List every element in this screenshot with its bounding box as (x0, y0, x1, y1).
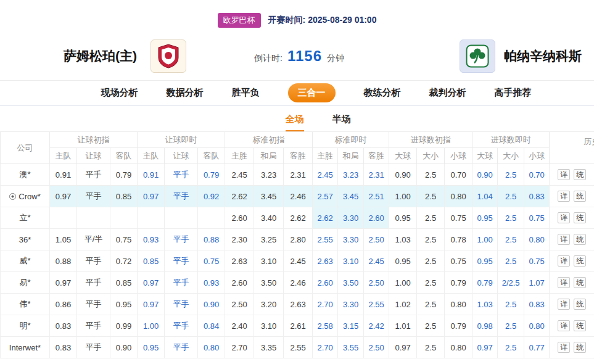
odds-cell-sl-0[interactable]: 2.63 (313, 250, 338, 272)
odds-cell-gl-2[interactable]: 0.77 (524, 337, 550, 358)
odds-cell-hl-2[interactable]: 0.79 (198, 164, 225, 186)
company-cell[interactable]: 澳* (1, 164, 50, 186)
odds-cell-hl-1[interactable]: 平手 (165, 229, 198, 250)
scope-tab-2[interactable]: 半场 (332, 114, 351, 131)
nav-tab-6[interactable]: 裁判分析 (429, 87, 466, 99)
company-cell[interactable]: Interwet* (1, 337, 50, 358)
odds-cell-gl-1[interactable]: 2.5 (498, 229, 524, 250)
odds-cell-sl-2[interactable]: 2.50 (364, 229, 389, 250)
company-cell[interactable]: 伟* (1, 294, 50, 315)
nav-tab-5[interactable]: 教练分析 (364, 87, 401, 99)
odds-cell-gl-2[interactable]: 1.07 (524, 272, 550, 294)
company-cell[interactable]: Crow* (1, 186, 50, 207)
odds-cell-hl-0[interactable]: 0.93 (138, 229, 165, 250)
odds-cell-sl-0[interactable]: 2.62 (313, 207, 338, 229)
odds-cell-gl-2[interactable]: 0.75 (524, 250, 550, 272)
nav-tab-7[interactable]: 高手推荐 (495, 87, 532, 99)
detail-button[interactable]: 详 (558, 299, 570, 310)
odds-cell-sl-1[interactable]: 3.23 (338, 164, 364, 186)
odds-cell-sl-1[interactable]: 3.30 (338, 229, 364, 250)
odds-cell-sl-1[interactable]: 3.55 (338, 337, 364, 358)
stat-button[interactable]: 统 (574, 255, 586, 267)
odds-cell-gl-1[interactable]: 2.5 (498, 337, 524, 358)
stat-button[interactable]: 统 (574, 299, 586, 310)
odds-cell-hl-1[interactable] (165, 207, 198, 229)
company-cell[interactable]: 威* (1, 250, 50, 272)
odds-cell-sl-2[interactable]: 2.50 (364, 337, 389, 358)
odds-cell-sl-0[interactable]: 2.70 (313, 294, 338, 315)
detail-button[interactable]: 详 (558, 277, 570, 288)
odds-cell-sl-2[interactable]: 2.50 (364, 272, 389, 294)
scope-tab-1[interactable]: 全场 (286, 114, 304, 131)
odds-cell-hl-2[interactable]: 0.88 (198, 229, 225, 250)
odds-cell-sl-2[interactable]: 2.60 (364, 207, 389, 229)
odds-cell-gl-2[interactable]: 0.83 (524, 186, 550, 207)
detail-button[interactable]: 详 (558, 234, 570, 245)
odds-cell-hl-2[interactable]: 0.92 (198, 186, 225, 207)
nav-tab-1[interactable]: 现场分析 (101, 87, 138, 99)
company-cell[interactable]: 明* (1, 315, 50, 337)
nav-tab-2[interactable]: 数据分析 (167, 87, 204, 99)
odds-cell-hl-0[interactable]: 0.91 (138, 164, 165, 186)
odds-cell-sl-1[interactable]: 3.30 (338, 207, 364, 229)
odds-cell-hl-0[interactable] (138, 207, 165, 229)
stat-button[interactable]: 统 (574, 342, 586, 353)
odds-cell-gl-2[interactable]: 0.80 (524, 315, 550, 337)
odds-cell-gl-0[interactable]: 0.90 (472, 164, 498, 186)
stat-button[interactable]: 统 (574, 191, 586, 202)
company-cell[interactable]: 36* (1, 229, 50, 250)
odds-cell-sl-2[interactable]: 2.31 (364, 164, 389, 186)
odds-cell-hl-1[interactable]: 平手 (165, 272, 198, 294)
odds-cell-gl-1[interactable]: 2.5 (498, 250, 524, 272)
detail-button[interactable]: 详 (558, 255, 570, 267)
detail-button[interactable]: 详 (558, 320, 570, 331)
odds-cell-sl-1[interactable]: 3.50 (338, 272, 364, 294)
odds-cell-gl-1[interactable]: 2/2.5 (498, 272, 524, 294)
odds-cell-gl-0[interactable]: 1.03 (472, 294, 498, 315)
odds-cell-sl-1[interactable]: 3.15 (338, 315, 364, 337)
odds-cell-hl-1[interactable]: 平手 (165, 315, 198, 337)
odds-cell-hl-1[interactable]: 平手 (165, 294, 198, 315)
stat-button[interactable]: 统 (574, 234, 586, 245)
stat-button[interactable]: 统 (574, 169, 586, 180)
odds-cell-gl-1[interactable]: 2.5 (498, 294, 524, 315)
odds-cell-gl-2[interactable]: 0.75 (524, 207, 550, 229)
odds-cell-gl-0[interactable]: 0.95 (472, 207, 498, 229)
odds-cell-hl-1[interactable]: 平手 (165, 186, 198, 207)
odds-cell-hl-0[interactable]: 0.97 (138, 186, 165, 207)
stat-button[interactable]: 统 (574, 277, 586, 288)
odds-cell-hl-2[interactable] (198, 207, 225, 229)
detail-button[interactable]: 详 (558, 212, 570, 223)
odds-cell-sl-0[interactable]: 2.45 (313, 164, 338, 186)
detail-button[interactable]: 详 (558, 191, 570, 202)
odds-cell-hl-1[interactable]: 平手 (165, 250, 198, 272)
odds-cell-gl-1[interactable]: 2.5 (498, 207, 524, 229)
company-cell[interactable]: 立* (1, 207, 50, 229)
company-cell[interactable]: 易* (1, 272, 50, 294)
odds-cell-sl-2[interactable]: 2.42 (364, 315, 389, 337)
odds-cell-gl-0[interactable]: 0.97 (472, 337, 498, 358)
nav-tab-4[interactable]: 三合一 (288, 83, 336, 102)
detail-button[interactable]: 详 (558, 169, 570, 180)
odds-cell-sl-0[interactable]: 2.55 (313, 229, 338, 250)
odds-cell-gl-0[interactable]: 1.00 (472, 229, 498, 250)
odds-cell-gl-2[interactable]: 0.83 (524, 294, 550, 315)
odds-cell-gl-0[interactable]: 0.79 (472, 272, 498, 294)
odds-cell-hl-0[interactable]: 1.00 (138, 315, 165, 337)
odds-cell-hl-2[interactable]: 0.75 (198, 250, 225, 272)
stat-button[interactable]: 统 (574, 320, 586, 331)
odds-cell-hl-1[interactable]: 平手 (165, 337, 198, 358)
odds-cell-hl-0[interactable]: 0.97 (138, 294, 165, 315)
nav-tab-3[interactable]: 胜平负 (232, 87, 260, 99)
odds-cell-gl-1[interactable]: 2.5 (498, 164, 524, 186)
odds-cell-sl-0[interactable]: 2.70 (313, 337, 338, 358)
odds-cell-hl-2[interactable]: 0.80 (198, 337, 225, 358)
odds-cell-sl-0[interactable]: 2.60 (313, 272, 338, 294)
odds-cell-hl-0[interactable]: 0.97 (138, 272, 165, 294)
odds-cell-gl-1[interactable]: 2.5 (498, 315, 524, 337)
odds-cell-gl-0[interactable]: 0.95 (472, 250, 498, 272)
odds-cell-sl-0[interactable]: 2.58 (313, 315, 338, 337)
odds-cell-hl-2[interactable]: 0.84 (198, 315, 225, 337)
stat-button[interactable]: 统 (574, 212, 586, 223)
odds-cell-sl-2[interactable]: 2.45 (364, 250, 389, 272)
